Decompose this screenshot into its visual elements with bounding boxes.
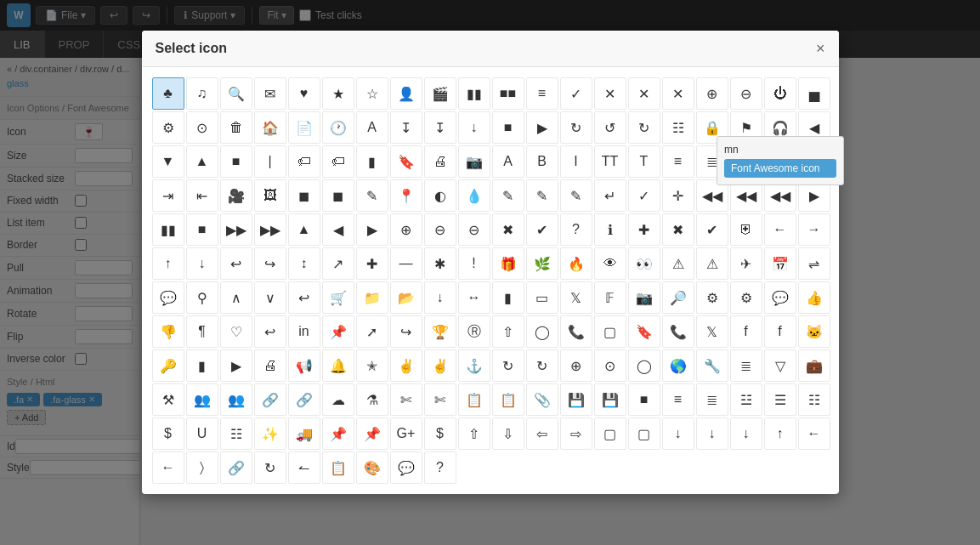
icon-cell[interactable]: ✕	[628, 77, 660, 110]
icon-cell[interactable]: 💬	[390, 451, 422, 484]
icon-cell[interactable]: ⚗	[356, 383, 388, 416]
icon-cell[interactable]: 📅	[764, 247, 796, 280]
icon-cell[interactable]: ⊖	[424, 213, 456, 246]
icon-cell[interactable]: 👥	[220, 383, 252, 416]
icon-cell[interactable]: ⚲	[186, 281, 218, 314]
icon-cell[interactable]: ✄	[390, 383, 422, 416]
icon-cell[interactable]: ↓	[730, 417, 762, 450]
icon-cell[interactable]: ⊖	[730, 77, 762, 110]
icon-cell[interactable]: ✕	[594, 77, 626, 110]
icon-cell[interactable]: ☷	[798, 383, 830, 416]
icon-cell[interactable]: ✕	[662, 77, 694, 110]
icon-cell[interactable]: ↗	[322, 247, 354, 280]
icon-cell[interactable]: 🔑	[152, 349, 184, 382]
icon-cell[interactable]: 📍	[390, 179, 422, 212]
icon-cell[interactable]: ↓	[186, 247, 218, 280]
icon-cell[interactable]: ✖	[492, 213, 524, 246]
icon-cell[interactable]: ▲	[288, 213, 320, 246]
icon-cell[interactable]: ⚓	[458, 349, 490, 382]
icon-cell[interactable]: G+	[390, 417, 422, 450]
icon-cell[interactable]: ⊙	[186, 111, 218, 144]
icon-cell[interactable]: 🔗	[220, 451, 252, 484]
icon-cell[interactable]: ✓	[628, 179, 660, 212]
icon-cell[interactable]: 🏷	[288, 145, 320, 178]
icon-cell[interactable]: ✄	[424, 383, 456, 416]
icon-cell[interactable]: ⊖	[458, 213, 490, 246]
icon-cell[interactable]: ↓	[696, 417, 728, 450]
icon-cell[interactable]: ↻	[254, 451, 286, 484]
icon-cell[interactable]: 📞	[662, 315, 694, 348]
icon-cell[interactable]: ◀	[322, 213, 354, 246]
icon-cell[interactable]: 📌	[322, 417, 354, 450]
icon-cell[interactable]: ⊙	[594, 349, 626, 382]
icon-cell[interactable]: ☁	[322, 383, 354, 416]
icon-cell[interactable]: ↻	[560, 111, 592, 144]
icon-cell[interactable]: ✌	[424, 349, 456, 382]
icon-cell[interactable]: 👍	[798, 281, 830, 314]
icon-cell[interactable]: ↔	[458, 281, 490, 314]
icon-cell[interactable]: ↑	[152, 247, 184, 280]
icon-cell[interactable]: ☷	[662, 111, 694, 144]
icon-cell[interactable]: 👎	[152, 315, 184, 348]
icon-cell[interactable]: 📞	[560, 315, 592, 348]
icon-cell[interactable]: ◐	[424, 179, 456, 212]
icon-cell[interactable]: ◯	[628, 349, 660, 382]
icon-cell[interactable]: ⚙	[696, 281, 728, 314]
icon-cell[interactable]: ✈	[730, 247, 762, 280]
icon-cell[interactable]: 🔗	[288, 383, 320, 416]
icon-cell[interactable]: I	[560, 145, 592, 178]
icon-cell[interactable]: ≡	[662, 383, 694, 416]
icon-cell[interactable]: 🗑	[220, 111, 252, 144]
icon-cell[interactable]: ✎	[356, 179, 388, 212]
icon-cell[interactable]: 𝕏	[696, 315, 728, 348]
icon-cell[interactable]: ♥	[288, 77, 320, 110]
icon-cell[interactable]: ▶	[526, 111, 558, 144]
icon-cell[interactable]: —	[390, 247, 422, 280]
icon-cell[interactable]: f	[730, 315, 762, 348]
icon-cell[interactable]: Ⓡ	[458, 315, 490, 348]
icon-cell[interactable]: ⚠	[696, 247, 728, 280]
icon-cell[interactable]: ¶	[186, 315, 218, 348]
icon-cell[interactable]: 📂	[390, 281, 422, 314]
icon-cell[interactable]: ⇦	[526, 417, 558, 450]
icon-cell[interactable]: 🏠	[254, 111, 286, 144]
icon-cell[interactable]: ⇤	[186, 179, 218, 212]
icon-cell[interactable]: 🔖	[390, 145, 422, 178]
icon-cell[interactable]: ∨	[254, 281, 286, 314]
icon-cell[interactable]: ⏻	[764, 77, 796, 110]
icon-cell[interactable]: ✔	[696, 213, 728, 246]
icon-cell[interactable]: ▢	[594, 315, 626, 348]
icon-cell[interactable]: 🎥	[220, 179, 252, 212]
icon-cell[interactable]: ✓	[560, 77, 592, 110]
icon-cell[interactable]: ↓	[458, 111, 490, 144]
icon-cell[interactable]: →	[798, 213, 830, 246]
icon-cell[interactable]: ■	[220, 145, 252, 178]
icon-cell[interactable]: 📢	[288, 349, 320, 382]
icon-cell[interactable]: ★	[322, 77, 354, 110]
icon-cell[interactable]: ?	[424, 451, 456, 484]
icon-cell[interactable]: ⇥	[152, 179, 184, 212]
icon-cell[interactable]: 💾	[560, 383, 592, 416]
icon-cell[interactable]: ✌	[390, 349, 422, 382]
icon-cell[interactable]: ≡	[526, 77, 558, 110]
icon-cell[interactable]: ▮	[492, 281, 524, 314]
icon-cell[interactable]: 🔎	[662, 281, 694, 314]
icon-cell[interactable]: ☰	[764, 383, 796, 416]
icon-cell[interactable]: ↩	[254, 315, 286, 348]
icon-cell[interactable]: ≣	[696, 383, 728, 416]
icon-cell[interactable]: ☷	[220, 417, 252, 450]
icon-cell[interactable]: 🔔	[322, 349, 354, 382]
icon-cell[interactable]: 📋	[458, 383, 490, 416]
icon-cell[interactable]: U	[186, 417, 218, 450]
icon-cell[interactable]: ∧	[220, 281, 252, 314]
icon-cell[interactable]: ↪	[390, 315, 422, 348]
icon-cell[interactable]: ↺	[594, 111, 626, 144]
icon-cell[interactable]: !	[458, 247, 490, 280]
icon-cell[interactable]: T	[628, 145, 660, 178]
icon-cell[interactable]: 🔗	[254, 383, 286, 416]
icon-cell[interactable]: ▮	[356, 145, 388, 178]
icon-cell[interactable]: 🖨	[254, 349, 286, 382]
icon-cell[interactable]: ✚	[356, 247, 388, 280]
icon-cell[interactable]: 🎬	[424, 77, 456, 110]
icon-cell[interactable]: 𝕏	[560, 281, 592, 314]
